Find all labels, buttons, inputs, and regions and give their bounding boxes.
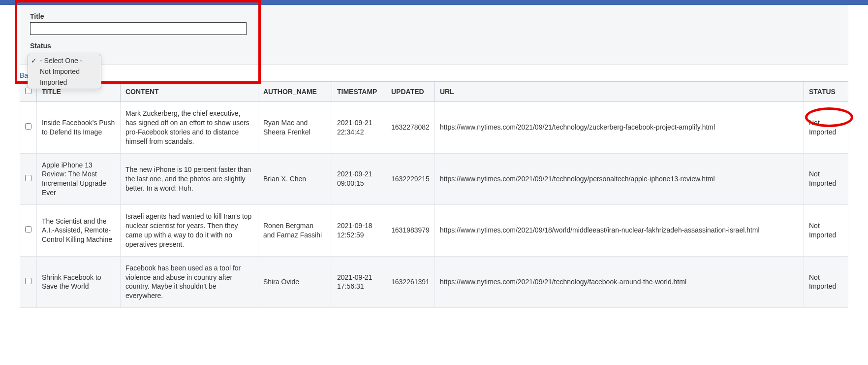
header-content[interactable]: CONTENT	[121, 82, 258, 102]
row-check-cell	[20, 102, 37, 154]
row-title: Shrink Facebook to Save the World	[37, 256, 121, 308]
table-row: Inside Facebook's Push to Defend Its Ima…	[20, 102, 848, 154]
header-status[interactable]: STATUS	[804, 82, 848, 102]
row-author: Shira Ovide	[258, 256, 332, 308]
table-row: Shrink Facebook to Save the WorldFaceboo…	[20, 256, 848, 308]
header-url[interactable]: URL	[434, 82, 804, 102]
row-checkbox[interactable]	[25, 226, 31, 232]
row-timestamp: 2021-09-18 12:52:59	[332, 205, 386, 257]
row-title: Apple iPhone 13 Review: The Most Increme…	[37, 153, 121, 205]
table-row: The Scientist and the A.I.-Assisted, Rem…	[20, 205, 848, 257]
row-content: Israeli agents had wanted to kill Iran's…	[121, 205, 258, 257]
status-label: Status	[30, 42, 838, 50]
title-input[interactable]	[30, 22, 247, 35]
row-url: https://www.nytimes.com/2021/09/18/world…	[434, 205, 804, 257]
row-author: Ronen Bergman and Farnaz Fassihi	[258, 205, 332, 257]
header-row: TITLE CONTENT AUTHOR_NAME TIMESTAMP UPDA…	[20, 82, 848, 102]
row-author: Brian X. Chen	[258, 153, 332, 205]
filter-panel: Title Status - Select One -Not ImportedI…	[20, 5, 848, 65]
dropdown-option[interactable]: Imported	[28, 77, 101, 88]
topbar	[0, 0, 868, 5]
header-updated[interactable]: UPDATED	[386, 82, 435, 102]
feeds-table: TITLE CONTENT AUTHOR_NAME TIMESTAMP UPDA…	[20, 81, 848, 308]
row-url: https://www.nytimes.com/2021/09/21/techn…	[434, 256, 804, 308]
dropdown-option[interactable]: - Select One -	[28, 55, 101, 66]
header-author[interactable]: AUTHOR_NAME	[258, 82, 332, 102]
row-checkbox[interactable]	[25, 278, 31, 284]
row-author: Ryan Mac and Sheera Frenkel	[258, 102, 332, 154]
row-updated: 1632261391	[386, 256, 435, 308]
row-content: Mark Zuckerberg, the chief executive, ha…	[121, 102, 258, 154]
row-content: The new iPhone is 10 percent faster than…	[121, 153, 258, 205]
row-updated: 1632229215	[386, 153, 435, 205]
row-status: Not Imported	[804, 205, 848, 257]
row-check-cell	[20, 256, 37, 308]
row-check-cell	[20, 205, 37, 257]
row-updated: 1632278082	[386, 102, 435, 154]
row-content: Facebook has been used as a tool for vio…	[121, 256, 258, 308]
row-title: Inside Facebook's Push to Defend Its Ima…	[37, 102, 121, 154]
status-dropdown[interactable]: - Select One -Not ImportedImported	[28, 54, 101, 89]
row-updated: 1631983979	[386, 205, 435, 257]
row-check-cell	[20, 153, 37, 205]
row-status: Not Imported	[804, 153, 848, 205]
title-label: Title	[30, 12, 838, 20]
row-timestamp: 2021-09-21 22:34:42	[332, 102, 386, 154]
table-row: Apple iPhone 13 Review: The Most Increme…	[20, 153, 848, 205]
dropdown-option[interactable]: Not Imported	[28, 66, 101, 77]
row-url: https://www.nytimes.com/2021/09/21/techn…	[434, 153, 804, 205]
row-url: https://www.nytimes.com/2021/09/21/techn…	[434, 102, 804, 154]
row-title: The Scientist and the A.I.-Assisted, Rem…	[37, 205, 121, 257]
header-timestamp[interactable]: TIMESTAMP	[332, 82, 386, 102]
row-status: Not Imported	[804, 256, 848, 308]
row-timestamp: 2021-09-21 09:00:15	[332, 153, 386, 205]
row-timestamp: 2021-09-21 17:56:31	[332, 256, 386, 308]
row-status: Not Imported	[804, 102, 848, 154]
row-checkbox[interactable]	[25, 123, 31, 130]
row-checkbox[interactable]	[25, 175, 31, 181]
